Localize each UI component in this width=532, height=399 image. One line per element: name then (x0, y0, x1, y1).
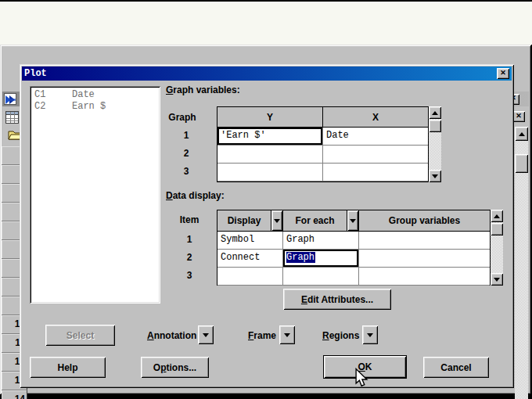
scroll-up-button[interactable] (515, 127, 528, 141)
graph-variables-scrollbar[interactable] (429, 106, 441, 182)
frame-dropdown-button[interactable] (279, 325, 295, 344)
cell-group-row1[interactable] (359, 232, 490, 250)
scroll-up-button[interactable] (429, 106, 441, 119)
column-header-y[interactable]: Y (217, 107, 323, 128)
variable-item[interactable]: C1 Date (31, 89, 159, 101)
scroll-up-icon (494, 214, 500, 218)
scroll-up-button[interactable] (491, 210, 503, 222)
variables-listbox[interactable]: C1 Date C2 Earn $ (30, 86, 160, 304)
cell-y-row2[interactable] (217, 146, 323, 164)
scrollbar-thumb[interactable] (429, 120, 441, 132)
regions-label: Regions (322, 330, 359, 341)
item-row-header-label: Item (174, 214, 205, 225)
graph-row-header-label: Graph (163, 112, 202, 123)
selected-cell-text: Graph (286, 252, 315, 263)
cell-display-row2[interactable]: Connect (217, 250, 283, 268)
cell-x-row3[interactable] (323, 164, 428, 182)
cell-group-row2[interactable] (359, 250, 490, 268)
worksheet-row-number[interactable]: 14 (2, 390, 27, 399)
variable-item[interactable]: C2 Earn $ (31, 101, 159, 113)
display-dropdown-button[interactable] (271, 210, 283, 232)
dropdown-icon (274, 219, 280, 223)
cell-foreach-row2[interactable]: Graph (283, 250, 359, 268)
column-header-display[interactable]: Display (217, 210, 271, 232)
foreach-dropdown-button[interactable] (347, 210, 359, 232)
cell-foreach-row1[interactable]: Graph (283, 232, 359, 250)
vscroll-thumb[interactable] (515, 154, 528, 173)
desktop-background (0, 2, 532, 45)
graph-variables-table: Y X 'Earn $' Date (217, 106, 429, 182)
item-row-number: 1 (174, 231, 205, 249)
cell-display-row1[interactable]: Symbol (217, 232, 283, 250)
variable-name: Date (72, 89, 95, 101)
item-row-numbers: 1 2 3 (174, 231, 205, 285)
data-display-scrollbar[interactable] (491, 210, 503, 286)
column-header-foreach[interactable]: For each (283, 210, 347, 232)
scrollbar-thumb[interactable] (491, 223, 503, 235)
dropdown-icon (284, 333, 290, 337)
edit-attributes-button[interactable]: Edit Attributes... (283, 289, 391, 310)
cell-foreach-row3[interactable] (283, 268, 359, 286)
column-header-x[interactable]: X (323, 107, 428, 128)
annotation-dropdown-button[interactable] (198, 325, 214, 344)
worksheet-child-icon (5, 111, 19, 124)
variable-name: Earn $ (72, 101, 106, 113)
select-button: Select (45, 325, 115, 346)
data-display-table: Display For each Group variables Symbol … (217, 210, 491, 286)
frame-label: Frame (248, 330, 276, 341)
dialog-close-button[interactable]: ✕ (497, 68, 509, 79)
mdi-child-close-button[interactable]: ✕ (512, 111, 525, 122)
annotation-label: Annotation (147, 330, 196, 341)
dropdown-icon (203, 333, 209, 337)
help-button[interactable]: Help (30, 357, 106, 378)
mouse-cursor (354, 368, 369, 391)
cell-y-row1[interactable]: 'Earn $' (217, 128, 323, 146)
mdi-close-icon: ✕ (516, 112, 522, 120)
dropdown-icon (350, 219, 356, 223)
graph-row-number: 2 (171, 145, 202, 163)
dialog-close-icon: ✕ (500, 69, 506, 77)
plot-dialog: Plot ✕ C1 Date C2 Earn $ Graph variables… (20, 64, 514, 388)
cell-x-row1[interactable]: Date (323, 128, 428, 146)
graph-row-numbers: 1 2 3 (171, 127, 202, 181)
worksheet-vscrollbar[interactable] (515, 127, 528, 399)
cell-display-row3[interactable] (217, 268, 283, 286)
cell-group-row3[interactable] (359, 268, 490, 286)
graph-row-number: 3 (171, 163, 202, 181)
dialog-titlebar[interactable]: Plot ✕ (22, 66, 512, 81)
cancel-button[interactable]: Cancel (423, 357, 489, 378)
item-row-number: 2 (174, 249, 205, 267)
column-header-group-variables[interactable]: Group variables (359, 210, 490, 232)
data-display-label: Data display: (166, 190, 225, 201)
screen: MINITAB - 唐彬_sample_04.MPJ - [Worksheet … (0, 0, 532, 399)
regions-dropdown-button[interactable] (362, 325, 378, 344)
scroll-down-icon (494, 278, 500, 282)
item-row-number: 3 (174, 267, 205, 285)
options-button[interactable]: Options... (141, 357, 209, 378)
variable-id: C1 (31, 89, 72, 101)
variable-id: C2 (31, 101, 72, 113)
graph-row-number: 1 (171, 127, 202, 145)
scroll-up-icon (519, 132, 525, 136)
graph-variables-label: Graph variables: (166, 84, 240, 95)
minitab-logo-icon (4, 93, 16, 105)
cell-x-row2[interactable] (323, 146, 428, 164)
dialog-title: Plot (24, 68, 47, 79)
scroll-down-icon (432, 174, 438, 178)
cell-y-row3[interactable] (217, 164, 323, 182)
scroll-up-icon (432, 111, 438, 115)
scroll-down-button[interactable] (429, 170, 441, 182)
dropdown-icon (367, 333, 373, 337)
scroll-down-button[interactable] (491, 273, 503, 286)
